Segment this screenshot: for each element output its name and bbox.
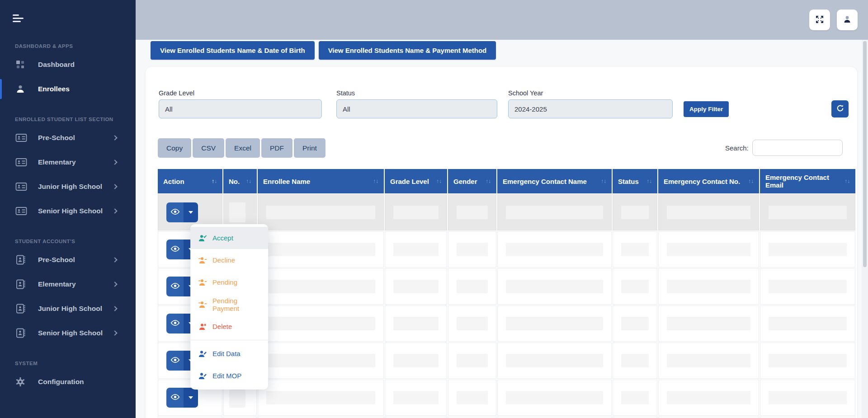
search-input[interactable]	[752, 140, 843, 156]
loading-placeholder	[457, 243, 488, 256]
table-cell-emergency-contact-email	[760, 305, 855, 342]
grade-level-select[interactable]: All	[159, 99, 322, 118]
print-export-button[interactable]: Print	[294, 138, 326, 158]
sort-icon: ↑↓	[486, 178, 491, 184]
csv-export-button[interactable]: CSV	[193, 138, 224, 158]
loading-placeholder	[667, 243, 750, 256]
refresh-button[interactable]	[831, 100, 849, 117]
menu-toggle-icon[interactable]	[13, 14, 136, 28]
loading-placeholder	[506, 280, 603, 293]
view-row-button[interactable]	[166, 202, 184, 222]
loading-placeholder	[393, 354, 439, 367]
row-action-dropdown-toggle[interactable]	[184, 388, 198, 408]
table-cell-grade-level	[385, 194, 447, 230]
table-cell-emergency-contact-no-	[658, 194, 759, 230]
table-cell-gender	[448, 343, 496, 379]
column-header-gender[interactable]: Gender↑↓	[448, 169, 496, 193]
sidebar-item-enrollees[interactable]: Enrollees	[0, 77, 136, 101]
column-header-grade-level[interactable]: Grade Level↑↓	[385, 169, 447, 193]
sidebar-item-junior-high-school[interactable]: Junior High School	[0, 296, 136, 321]
table-header-row: Action↑↓No.↑↓Enrollee Name↑↓Grade Level↑…	[158, 169, 848, 193]
loading-placeholder	[506, 354, 603, 367]
menu-item-decline[interactable]: Decline	[190, 249, 268, 271]
column-header-emergency-contact-no-[interactable]: Emergency Contact No.↑↓	[658, 169, 759, 193]
copy-export-button[interactable]: Copy	[158, 138, 191, 158]
sidebar-item-label: Junior High School	[38, 305, 102, 313]
sidebar-item-elementary[interactable]: Elementary	[0, 150, 136, 174]
excel-export-button[interactable]: Excel	[226, 138, 260, 158]
column-header-emergency-contact-email[interactable]: Emergency Contact Email↑↓	[760, 169, 855, 193]
school-year-select[interactable]: 2024-2025	[508, 99, 673, 118]
view-name-payment-button[interactable]: View Enrolled Students Name & Payment Me…	[319, 41, 496, 60]
view-row-button[interactable]	[166, 240, 184, 259]
person-edit-icon	[198, 372, 207, 380]
table-cell-emergency-contact-no-	[658, 380, 759, 416]
table-cell-grade-level	[385, 343, 447, 379]
sidebar-item-dashboard[interactable]: Dashboard	[0, 52, 136, 77]
menu-item-pending-payment[interactable]: Pending Payment	[190, 293, 268, 315]
profile-button[interactable]	[837, 9, 858, 30]
apply-filter-button[interactable]: Apply Filter	[684, 101, 729, 117]
sidebar-item-pre-school[interactable]: Pre-School	[0, 248, 136, 272]
sidebar-section-label: ENROLLED STUDENT LIST SECTION	[15, 117, 136, 122]
status-select[interactable]: All	[336, 99, 497, 118]
menu-item-edit-data[interactable]: Edit Data	[190, 343, 268, 365]
view-row-button[interactable]	[166, 388, 184, 408]
sidebar-item-junior-high-school[interactable]: Junior High School	[0, 174, 136, 199]
row-action-split-button[interactable]	[166, 202, 198, 222]
sidebar-item-pre-school[interactable]: Pre-School	[0, 126, 136, 150]
table-cell-enrollee-name	[258, 305, 384, 342]
menu-item-label: Pending Payment	[212, 297, 260, 312]
menu-item-accept[interactable]: Accept	[190, 227, 268, 249]
grade-level-label: Grade Level	[159, 89, 194, 97]
table-cell-enrollee-name	[258, 231, 384, 268]
menu-item-pending[interactable]: Pending	[190, 271, 268, 293]
sidebar: DASHBOARD & APPSDashboardEnrolleesENROLL…	[0, 0, 136, 418]
loading-placeholder	[229, 202, 245, 222]
sidebar-item-label: Dashboard	[38, 61, 75, 69]
loading-placeholder	[266, 317, 375, 330]
loading-placeholder	[393, 243, 439, 256]
page-scrollbar[interactable]	[862, 40, 868, 418]
sidebar-item-label: Senior High School	[38, 207, 103, 215]
table-cell-grade-level	[385, 231, 447, 268]
table-cell-gender	[448, 380, 496, 416]
table-cell-status	[613, 305, 657, 342]
menu-item-delete[interactable]: Delete	[190, 315, 268, 338]
column-header-action[interactable]: Action↑↓	[158, 169, 222, 193]
view-row-button[interactable]	[166, 277, 184, 296]
pdf-export-button[interactable]: PDF	[261, 138, 292, 158]
scrollbar-thumb[interactable]	[863, 41, 867, 267]
view-row-button[interactable]	[166, 314, 184, 333]
sidebar-item-senior-high-school[interactable]: Senior High School	[0, 321, 136, 345]
view-row-button[interactable]	[166, 351, 184, 371]
id-card-icon	[15, 133, 29, 143]
column-header-label: Grade Level	[390, 178, 429, 185]
sidebar-item-elementary[interactable]: Elementary	[0, 272, 136, 296]
fullscreen-button[interactable]	[809, 9, 830, 30]
loading-placeholder	[457, 354, 488, 367]
table-cell-grade-level	[385, 380, 447, 416]
loading-placeholder	[266, 280, 375, 293]
menu-item-edit-mop[interactable]: Edit MOP	[190, 365, 268, 387]
row-action-split-button[interactable]	[166, 388, 198, 408]
sidebar-item-senior-high-school[interactable]: Senior High School	[0, 199, 136, 223]
chevron-right-icon	[112, 184, 117, 189]
row-action-dropdown-toggle[interactable]	[184, 202, 198, 222]
column-header-emergency-contact-name[interactable]: Emergency Contact Name↑↓	[497, 169, 612, 193]
table-cell-emergency-contact-name	[497, 305, 612, 342]
loading-placeholder	[621, 280, 649, 293]
sidebar-item-label: Enrollees	[38, 85, 70, 93]
view-name-dob-button[interactable]: View Enrolled Students Name & Date of Bi…	[151, 41, 315, 60]
column-header-no-[interactable]: No.↑↓	[223, 169, 257, 193]
topbar	[136, 0, 868, 40]
column-header-status[interactable]: Status↑↓	[613, 169, 657, 193]
action-dropdown-menu: AcceptDeclinePendingPending PaymentDelet…	[190, 224, 268, 390]
loading-placeholder	[393, 317, 439, 330]
caret-down-icon	[189, 211, 193, 214]
sidebar-item-configuration[interactable]: Configuration	[0, 370, 136, 394]
column-header-label: Gender	[453, 178, 477, 185]
column-header-enrollee-name[interactable]: Enrollee Name↑↓	[258, 169, 384, 193]
loading-placeholder	[266, 354, 375, 367]
table-cell-emergency-contact-email	[760, 231, 855, 268]
